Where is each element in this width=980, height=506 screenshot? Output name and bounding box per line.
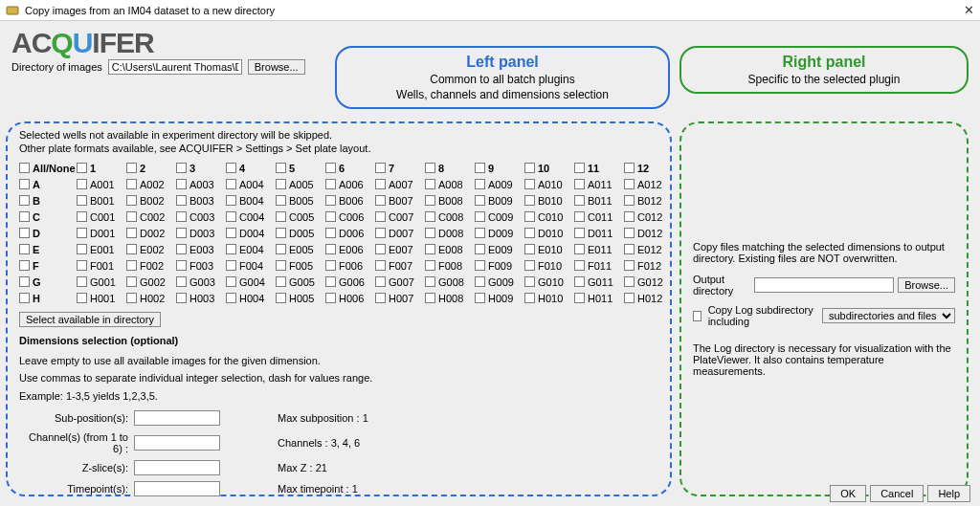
row-header-H[interactable]: H <box>19 293 77 304</box>
well-H004[interactable]: H004 <box>226 293 276 304</box>
well-E001[interactable]: E001 <box>77 244 126 255</box>
well-D005[interactable]: D005 <box>276 228 325 239</box>
well-C008[interactable]: C008 <box>425 211 475 223</box>
well-C009[interactable]: C009 <box>475 211 524 223</box>
well-H009[interactable]: H009 <box>475 293 524 304</box>
col-header-2[interactable]: 2 <box>126 163 176 174</box>
well-A003[interactable]: A003 <box>176 179 226 190</box>
row-header-D[interactable]: D <box>19 228 77 239</box>
well-A008[interactable]: A008 <box>425 179 475 190</box>
well-A011[interactable]: A011 <box>574 179 624 190</box>
well-C001[interactable]: C001 <box>77 211 126 223</box>
well-G009[interactable]: G009 <box>475 276 524 288</box>
well-F006[interactable]: F006 <box>325 260 375 272</box>
help-button[interactable]: Help <box>927 485 970 502</box>
well-G002[interactable]: G002 <box>126 276 176 288</box>
well-C005[interactable]: C005 <box>276 211 325 223</box>
select-available-button[interactable]: Select available in directory <box>19 312 161 327</box>
well-E012[interactable]: E012 <box>624 244 674 255</box>
zslice-input[interactable] <box>134 460 220 475</box>
well-G004[interactable]: G004 <box>226 276 276 288</box>
well-E003[interactable]: E003 <box>176 244 226 255</box>
well-H011[interactable]: H011 <box>574 293 624 304</box>
well-B010[interactable]: B010 <box>524 195 574 207</box>
channels-input[interactable] <box>134 435 220 451</box>
well-G012[interactable]: G012 <box>624 276 674 288</box>
well-C011[interactable]: C011 <box>574 211 624 223</box>
well-C002[interactable]: C002 <box>126 211 176 223</box>
well-H008[interactable]: H008 <box>425 293 475 304</box>
browse-directory-button[interactable]: Browse... <box>248 59 305 75</box>
well-C007[interactable]: C007 <box>375 211 425 223</box>
well-F010[interactable]: F010 <box>524 260 574 272</box>
well-E009[interactable]: E009 <box>475 244 524 255</box>
well-A010[interactable]: A010 <box>524 179 574 190</box>
well-H002[interactable]: H002 <box>126 293 176 304</box>
well-E007[interactable]: E007 <box>375 244 425 255</box>
well-G010[interactable]: G010 <box>524 276 574 288</box>
col-header-6[interactable]: 6 <box>325 163 375 174</box>
well-C004[interactable]: C004 <box>226 211 276 223</box>
well-F002[interactable]: F002 <box>126 260 176 272</box>
well-F008[interactable]: F008 <box>425 260 475 272</box>
output-dir-browse-button[interactable]: Browse... <box>898 277 955 293</box>
subposition-input[interactable] <box>134 410 220 426</box>
well-E002[interactable]: E002 <box>126 244 176 255</box>
well-A006[interactable]: A006 <box>325 179 375 190</box>
well-B004[interactable]: B004 <box>226 195 276 207</box>
well-C006[interactable]: C006 <box>325 211 375 223</box>
col-header-12[interactable]: 12 <box>624 163 674 174</box>
well-G007[interactable]: G007 <box>375 276 425 288</box>
well-E011[interactable]: E011 <box>574 244 624 255</box>
well-B009[interactable]: B009 <box>475 195 524 207</box>
col-header-8[interactable]: 8 <box>425 163 475 174</box>
well-F004[interactable]: F004 <box>226 260 276 272</box>
well-B002[interactable]: B002 <box>126 195 176 207</box>
timepoint-input[interactable] <box>134 481 220 496</box>
col-header-5[interactable]: 5 <box>276 163 325 174</box>
well-D003[interactable]: D003 <box>176 228 226 239</box>
well-F005[interactable]: F005 <box>276 260 325 272</box>
cancel-button[interactable]: Cancel <box>870 485 924 502</box>
well-E010[interactable]: E010 <box>524 244 574 255</box>
col-header-10[interactable]: 10 <box>524 163 574 174</box>
row-header-E[interactable]: E <box>19 244 77 255</box>
well-F007[interactable]: F007 <box>375 260 425 272</box>
well-E004[interactable]: E004 <box>226 244 276 255</box>
well-D011[interactable]: D011 <box>574 228 624 239</box>
well-A002[interactable]: A002 <box>126 179 176 190</box>
col-header-11[interactable]: 11 <box>574 163 624 174</box>
allnone-cell[interactable]: All/None <box>19 163 77 174</box>
well-F011[interactable]: F011 <box>574 260 624 272</box>
well-D008[interactable]: D008 <box>425 228 475 239</box>
well-G011[interactable]: G011 <box>574 276 624 288</box>
well-C003[interactable]: C003 <box>176 211 226 223</box>
well-D006[interactable]: D006 <box>325 228 375 239</box>
well-B001[interactable]: B001 <box>77 195 126 207</box>
well-D004[interactable]: D004 <box>226 228 276 239</box>
col-header-9[interactable]: 9 <box>475 163 524 174</box>
well-D001[interactable]: D001 <box>77 228 126 239</box>
well-C012[interactable]: C012 <box>624 211 674 223</box>
well-F001[interactable]: F001 <box>77 260 126 272</box>
well-A007[interactable]: A007 <box>375 179 425 190</box>
well-B003[interactable]: B003 <box>176 195 226 207</box>
well-F003[interactable]: F003 <box>176 260 226 272</box>
well-F009[interactable]: F009 <box>475 260 524 272</box>
well-B006[interactable]: B006 <box>325 195 375 207</box>
well-E008[interactable]: E008 <box>425 244 475 255</box>
well-H005[interactable]: H005 <box>276 293 325 304</box>
well-G008[interactable]: G008 <box>425 276 475 288</box>
well-D002[interactable]: D002 <box>126 228 176 239</box>
col-header-1[interactable]: 1 <box>77 163 126 174</box>
well-H007[interactable]: H007 <box>375 293 425 304</box>
well-B012[interactable]: B012 <box>624 195 674 207</box>
copylog-checkbox[interactable] <box>693 311 702 321</box>
well-H003[interactable]: H003 <box>176 293 226 304</box>
well-H006[interactable]: H006 <box>325 293 375 304</box>
well-B011[interactable]: B011 <box>574 195 624 207</box>
well-D010[interactable]: D010 <box>524 228 574 239</box>
well-H010[interactable]: H010 <box>524 293 574 304</box>
well-H001[interactable]: H001 <box>77 293 126 304</box>
well-G003[interactable]: G003 <box>176 276 226 288</box>
